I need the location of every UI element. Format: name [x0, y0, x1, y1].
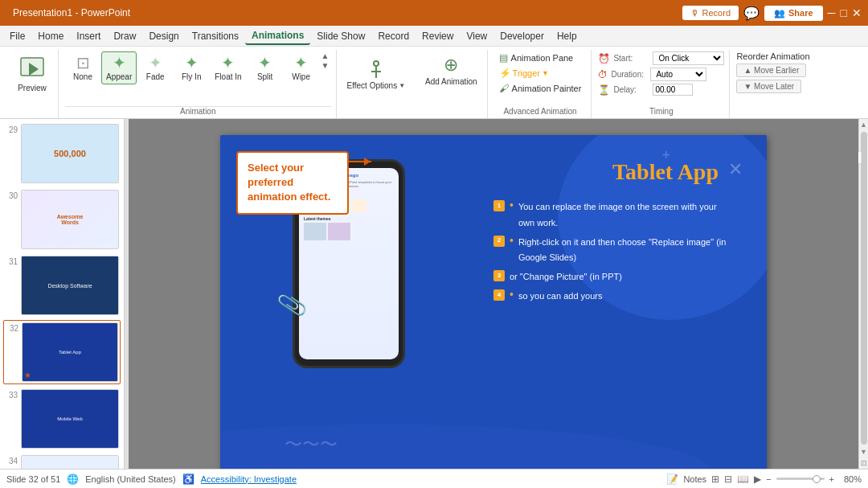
ribbon-group-advanced: ▤ Animation Pane ⚡ Trigger ▼ 🖌 Animation…	[489, 50, 592, 118]
advanced-group-label: Advanced Animation	[494, 107, 587, 118]
scroll-up-icon[interactable]: ▲	[321, 51, 330, 61]
ribbon-group-preview: Preview	[6, 50, 59, 118]
status-right: 📝 Notes ⊞ ⊟ 📖 ▶ − + 80%	[666, 474, 862, 485]
view-slidesorter-icon[interactable]: ⊟	[724, 474, 732, 485]
menu-transitions[interactable]: Transitions	[186, 28, 245, 44]
bullet-item-1: 1 • You can replace the image on the scr…	[493, 199, 735, 232]
animation-flyin[interactable]: ✦ Fly In	[174, 51, 209, 84]
scrollbar-down-icon[interactable]: ▼	[860, 448, 867, 456]
accessibility-icon: ♿	[182, 474, 194, 485]
slide-thumb-inner-29: 500,000	[22, 125, 118, 182]
record-button-title[interactable]: 🎙 Record	[682, 6, 739, 20]
move-later-button[interactable]: ▼ Move Later	[736, 80, 801, 93]
menu-design[interactable]: Design	[142, 28, 185, 44]
menu-review[interactable]: Review	[416, 28, 460, 44]
preview-button[interactable]: Preview	[11, 51, 53, 96]
animation-pane-button[interactable]: ▤ Animation Pane	[494, 51, 579, 64]
add-animation-label: Add Animation	[425, 77, 477, 86]
menu-developer[interactable]: Developer	[493, 28, 551, 44]
bullet-text-4: so you can add yours	[518, 289, 603, 305]
scrollbar-up-icon[interactable]: ▲	[860, 121, 867, 129]
add-animation-button[interactable]: ⊕ Add Animation	[420, 51, 482, 89]
menu-insert[interactable]: Insert	[70, 28, 107, 44]
timing-content: ⏰ Start: On Click With Previous After Pr…	[598, 51, 724, 105]
preview-icon	[18, 55, 47, 84]
view-reading-icon[interactable]: 📖	[737, 474, 749, 485]
menu-animations[interactable]: Animations	[245, 27, 310, 45]
scrollbar-bottom-icon[interactable]: ⊡	[861, 459, 867, 467]
slide-thumbnail-33[interactable]: 33 Mobile Web	[3, 388, 121, 450]
move-earlier-button[interactable]: ▲ Move Earlier	[736, 64, 806, 77]
title-bar: Presentation1 - PowerPoint 🎙 Record 💬 👥 …	[0, 0, 868, 26]
share-button[interactable]: 👥 Share	[764, 6, 823, 21]
animation-scroll[interactable]: ▲ ▼	[320, 51, 331, 71]
bullet-text-1: You can replace the image on the screen …	[518, 199, 735, 232]
bullet-num-1: 1	[493, 200, 505, 211]
add-animation-icon: ⊕	[444, 55, 458, 76]
notes-status-label[interactable]: Notes	[683, 474, 706, 484]
timing-delay-input[interactable]	[653, 84, 693, 96]
slide-thumbnail-30[interactable]: 30 AwesomeWords	[3, 188, 121, 251]
bullet-num-3: 3	[493, 270, 505, 281]
slide-31-text: Desktop Software	[47, 283, 92, 289]
flyin-icon: ✦	[185, 55, 199, 71]
language-label: English (United States)	[85, 474, 176, 484]
animation-split[interactable]: ✦ Split	[248, 51, 283, 84]
menu-draw[interactable]: Draw	[107, 28, 142, 44]
timing-group-label: Timing	[598, 107, 724, 118]
main-slide[interactable]: ✕ + 〜〜〜 slidesgo Free Google Slides and …	[220, 135, 767, 469]
status-left: Slide 32 of 51 🌐 English (United States)…	[6, 474, 297, 485]
minimize-icon[interactable]: ─	[828, 6, 836, 19]
animation-painter-button[interactable]: 🖌 Animation Painter	[494, 82, 587, 95]
add-animation-content: ⊕ Add Animation	[420, 51, 482, 118]
slide-thumbnail-32[interactable]: 32 Tablet App ★	[3, 320, 121, 384]
timing-delay-label: Delay:	[613, 85, 649, 94]
slide-thumbnail-29[interactable]: 29 500,000	[3, 122, 121, 185]
slide-canvas[interactable]: ✕ + 〜〜〜 slidesgo Free Google Slides and …	[129, 119, 858, 469]
ribbon-group-reorder: Reorder Animation ▲ Move Earlier ▼ Move …	[731, 50, 814, 118]
duration-clock-icon: ⏱	[598, 69, 608, 80]
zoom-minus-icon[interactable]: −	[766, 474, 771, 484]
menu-file[interactable]: File	[3, 28, 31, 44]
preview-content: Preview	[11, 51, 53, 118]
maximize-icon[interactable]: □	[841, 6, 847, 19]
slide-thumbnail-34[interactable]: 34	[3, 453, 121, 469]
scrollbar-thumb[interactable]	[861, 132, 867, 445]
accessibility-label[interactable]: Accessibility: Investigate	[201, 474, 297, 484]
bullet-dot-1: •	[510, 199, 514, 211]
view-slideshow-icon[interactable]: ▶	[754, 474, 761, 485]
view-normal-icon[interactable]: ⊞	[711, 474, 719, 485]
animation-none[interactable]: ⊡ None	[65, 51, 100, 84]
effect-options-button[interactable]: Effect Options ▼	[343, 51, 410, 94]
trigger-button[interactable]: ⚡ Trigger ▼	[494, 66, 554, 80]
trigger-dropdown-icon[interactable]: ▼	[542, 69, 549, 77]
effect-options-icon	[363, 55, 389, 81]
menu-slideshow[interactable]: Slide Show	[310, 28, 371, 44]
scroll-down-icon[interactable]: ▼	[321, 61, 330, 71]
animation-wipe[interactable]: ✦ Wipe	[284, 51, 319, 84]
share-icon: 👥	[774, 8, 785, 18]
slide-29-text: 500,000	[54, 149, 86, 158]
animation-fade[interactable]: ✦ Fade	[137, 51, 173, 84]
zoom-plus-icon[interactable]: +	[829, 474, 834, 484]
zoom-level[interactable]: 80%	[839, 474, 862, 484]
cross-decoration: ✕	[728, 159, 743, 180]
slide-thumbnail-31[interactable]: 31 Desktop Software	[3, 254, 121, 317]
timing-duration-select[interactable]: Auto 0.5s 1.0s	[650, 68, 706, 81]
animation-appear[interactable]: ✦ Appear	[101, 51, 137, 84]
none-icon: ⊡	[76, 55, 90, 71]
zoom-slider[interactable]	[776, 478, 825, 480]
animation-floatin[interactable]: ✦ Float In	[210, 51, 246, 84]
menu-help[interactable]: Help	[551, 28, 583, 44]
timing-start-select[interactable]: On Click With Previous After Previous	[653, 51, 724, 65]
ribbon-group-add-animation: ⊕ Add Animation	[416, 50, 488, 118]
effect-options-dropdown-icon[interactable]: ▼	[399, 82, 405, 89]
notes-status-icon[interactable]: 📝	[666, 474, 678, 485]
menu-view[interactable]: View	[460, 28, 493, 44]
right-scrollbar[interactable]: ▲ ▼ ⊡	[858, 119, 868, 469]
close-icon[interactable]: ✕	[852, 6, 862, 19]
annotation-arrow	[347, 161, 371, 162]
menu-home[interactable]: Home	[31, 28, 70, 44]
menu-record[interactable]: Record	[371, 28, 416, 44]
comment-icon[interactable]: 💬	[743, 6, 760, 21]
